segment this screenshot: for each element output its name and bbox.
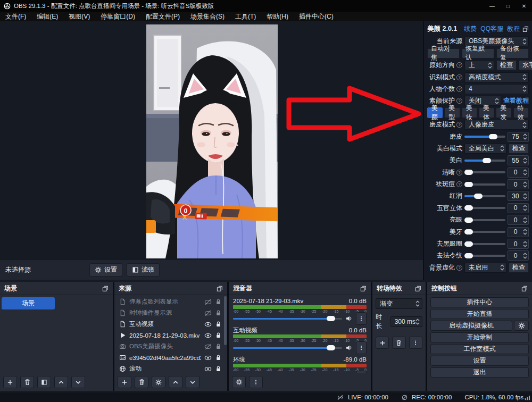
tab-makeup[interactable]: 美妆 bbox=[462, 107, 477, 118]
start-streaming-button[interactable]: 开始直播 bbox=[430, 309, 529, 319]
help-icon[interactable]: ? bbox=[456, 122, 462, 128]
popout-icon[interactable] bbox=[360, 285, 367, 292]
eye-off-icon[interactable] bbox=[204, 298, 212, 306]
dark-circles-slider[interactable] bbox=[464, 243, 505, 245]
maximize-button[interactable]: □ bbox=[500, 0, 516, 12]
source-row[interactable]: 滚动 bbox=[114, 363, 227, 373]
backup-restore-button[interactable]: 备份恢复 bbox=[496, 48, 529, 58]
source-up-button[interactable] bbox=[169, 376, 182, 388]
lock-icon[interactable] bbox=[215, 321, 222, 328]
source-row[interactable]: 2025-07-18 21-29-03.mkv bbox=[114, 330, 227, 341]
eye-icon[interactable] bbox=[204, 365, 212, 373]
eye-off-icon[interactable] bbox=[204, 309, 212, 317]
scene-filters-button[interactable] bbox=[37, 376, 51, 388]
channel-menu-button[interactable] bbox=[356, 312, 367, 325]
duration-spinbox[interactable]: 300 ms bbox=[390, 316, 422, 327]
clarity-slider[interactable] bbox=[464, 171, 505, 173]
qq-support-link[interactable]: QQ客服 bbox=[480, 24, 503, 34]
lock-icon[interactable] bbox=[215, 332, 222, 339]
orientation-check-button[interactable]: 检查 bbox=[496, 60, 517, 70]
background-blur-select[interactable]: 未启用 bbox=[464, 263, 506, 273]
dark-circles-value-spinbox[interactable]: 0 bbox=[508, 239, 529, 249]
whiten-slider[interactable] bbox=[464, 160, 505, 162]
advanced-audio-button[interactable] bbox=[232, 376, 246, 388]
help-icon[interactable]: ? bbox=[456, 181, 462, 187]
popout-icon[interactable] bbox=[102, 285, 109, 292]
eye-icon[interactable] bbox=[204, 321, 212, 328]
lock-icon[interactable] bbox=[215, 298, 222, 305]
tab-beauty[interactable]: 美颜 bbox=[427, 107, 443, 118]
eye-icon[interactable] bbox=[204, 354, 212, 362]
source-row[interactable]: 互动视频 bbox=[114, 319, 227, 330]
orientation-select[interactable]: 上 bbox=[464, 60, 494, 70]
horizontal-flip-button[interactable]: 水平翻转 bbox=[519, 60, 532, 70]
autofocus-button[interactable]: 自动对焦 bbox=[427, 48, 460, 58]
lock-icon[interactable] bbox=[215, 365, 222, 372]
start-recording-button[interactable]: 开始录制 bbox=[430, 332, 529, 342]
start-virtual-camera-button[interactable]: 启动虚拟摄像机 bbox=[430, 321, 512, 331]
menu-view[interactable]: 视图(V) bbox=[63, 12, 95, 21]
nasolabial-slider[interactable] bbox=[464, 255, 505, 257]
studio-mode-button[interactable]: 工作室模式 bbox=[430, 344, 529, 354]
tab-hair[interactable]: 美发 bbox=[496, 107, 511, 118]
tab-body[interactable]: 美体 bbox=[479, 107, 494, 118]
whiten-mode-select[interactable]: 全局美白 bbox=[464, 144, 506, 154]
add-transition-button[interactable] bbox=[376, 337, 389, 349]
smooth-value-spinbox[interactable]: 75 bbox=[508, 132, 529, 142]
source-row[interactable]: OBS美颜摄像头 bbox=[114, 341, 227, 352]
virtual-camera-settings-button[interactable] bbox=[514, 321, 529, 331]
blemish-value-spinbox[interactable]: 0 bbox=[508, 179, 529, 189]
sources-scrollbar[interactable] bbox=[224, 296, 227, 345]
source-filters-button[interactable]: 滤镜 bbox=[127, 263, 160, 277]
menu-edit[interactable]: 编辑(E) bbox=[31, 12, 63, 21]
transition-menu-button[interactable] bbox=[409, 337, 422, 349]
menu-file[interactable]: 文件(F) bbox=[0, 12, 31, 21]
menu-docks[interactable]: 停靠窗口(D) bbox=[95, 12, 140, 21]
plugin-center-button[interactable]: 插件中心 bbox=[430, 297, 529, 307]
source-properties-button[interactable]: 设置 bbox=[89, 263, 122, 277]
help-icon[interactable]: ? bbox=[456, 62, 462, 68]
restore-defaults-button[interactable]: 恢复默认 bbox=[462, 48, 494, 58]
remove-transition-button[interactable] bbox=[392, 337, 405, 349]
help-icon[interactable]: ? bbox=[456, 98, 462, 104]
speaker-icon[interactable] bbox=[345, 315, 353, 322]
channel-menu-button[interactable] bbox=[356, 371, 367, 373]
eye-icon[interactable] bbox=[204, 332, 212, 339]
exit-button[interactable]: 退出 bbox=[430, 367, 529, 378]
nasolabial-value-spinbox[interactable]: 0 bbox=[508, 250, 529, 261]
menu-profile[interactable]: 配置文件(P) bbox=[140, 12, 185, 21]
scene-up-button[interactable] bbox=[54, 376, 68, 388]
contour-slider[interactable] bbox=[464, 207, 505, 209]
help-icon[interactable]: ? bbox=[456, 74, 462, 80]
bright-eyes-slider[interactable] bbox=[464, 219, 505, 221]
speaker-icon[interactable] bbox=[345, 344, 353, 351]
volume-slider[interactable] bbox=[233, 318, 342, 320]
smooth-mode-select[interactable]: 人像磨皮 bbox=[464, 120, 529, 130]
lock-icon[interactable] bbox=[215, 354, 222, 361]
help-icon[interactable]: ? bbox=[456, 265, 462, 271]
source-down-button[interactable] bbox=[186, 376, 200, 388]
contour-value-spinbox[interactable]: 0 bbox=[508, 203, 529, 213]
mixer-menu-button[interactable] bbox=[249, 376, 263, 388]
lock-icon[interactable] bbox=[215, 343, 222, 350]
menu-scene-collection[interactable]: 场景集合(S) bbox=[185, 12, 230, 21]
transition-type-select[interactable]: 渐变 bbox=[376, 298, 422, 309]
help-icon[interactable]: ? bbox=[456, 86, 462, 92]
source-row[interactable]: 时钟插件显示源 bbox=[114, 307, 227, 319]
channel-menu-button[interactable] bbox=[356, 341, 367, 354]
menu-plugin-center[interactable]: 插件中心(C) bbox=[294, 12, 339, 21]
lock-icon[interactable] bbox=[215, 309, 222, 316]
person-count-spinbox[interactable]: 4 bbox=[464, 84, 529, 94]
source-row[interactable]: 弹幕点歌列表显示 bbox=[114, 296, 227, 307]
tutorial-link[interactable]: 教程 bbox=[507, 24, 520, 34]
recognition-select[interactable]: 高精度模式 bbox=[464, 72, 529, 82]
volume-slider[interactable] bbox=[233, 347, 342, 349]
scene-item[interactable]: 场景 bbox=[2, 297, 55, 309]
source-row[interactable]: e394502df49aa5fc2a99cd2e7c bbox=[114, 352, 227, 363]
popout-icon[interactable] bbox=[414, 285, 421, 292]
settings-button[interactable]: 设置 bbox=[430, 356, 529, 366]
smooth-slider[interactable] bbox=[464, 136, 505, 138]
remove-scene-button[interactable] bbox=[20, 376, 34, 388]
tab-effects[interactable]: 特效 bbox=[513, 107, 529, 118]
add-source-button[interactable] bbox=[118, 376, 131, 388]
